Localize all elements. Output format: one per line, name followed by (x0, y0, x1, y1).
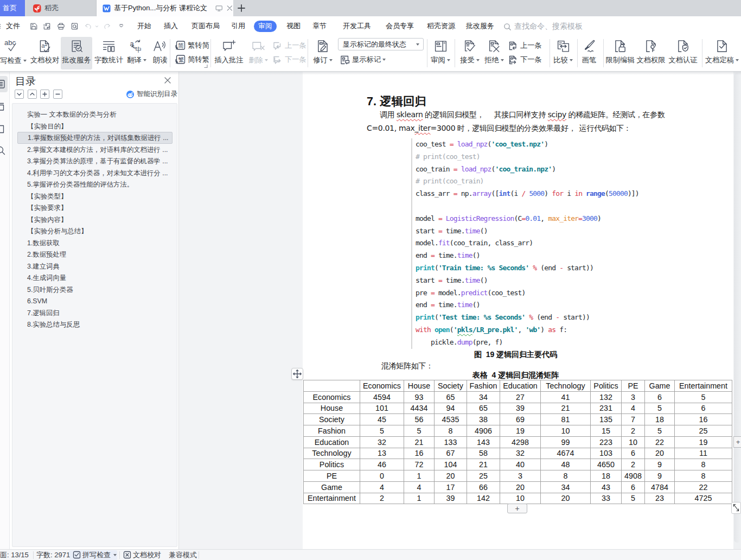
table-cell[interactable]: 27 (500, 391, 541, 403)
table-cell[interactable]: 48 (541, 459, 591, 470)
bookmark-pane-icon[interactable] (0, 102, 5, 112)
sidebar-close-icon[interactable] (164, 77, 171, 84)
delete-comment-button[interactable]: 删除 (246, 37, 270, 69)
table-cell[interactable]: 4725 (675, 493, 732, 504)
table-cell[interactable]: 18 (591, 470, 622, 482)
dialog-launcher-icon[interactable] (203, 64, 208, 68)
tab-home[interactable]: 首页 (0, 0, 25, 16)
table-cell[interactable]: Technology (304, 448, 360, 459)
command-search-input[interactable]: 查找命令、搜索模板 (503, 22, 583, 31)
table-cell[interactable]: 5 (404, 425, 435, 437)
table-cell[interactable]: 39 (500, 403, 541, 414)
table-cell[interactable]: 72 (404, 459, 435, 470)
table-cell[interactable]: 4650 (591, 459, 622, 470)
table-cell[interactable]: 15 (591, 425, 622, 437)
prev-comment-button[interactable]: 上一条 (272, 39, 306, 53)
table-cell[interactable]: 94 (435, 403, 467, 414)
table-cell[interactable]: 10 (500, 493, 541, 504)
toc-item[interactable]: 4.生成词向量 (17, 272, 173, 284)
table-cell[interactable]: 11 (675, 448, 732, 459)
tab-docer[interactable]: 稻壳 (27, 0, 97, 16)
table-cell[interactable]: 142 (467, 493, 500, 504)
print-icon[interactable] (57, 22, 65, 30)
table-cell[interactable]: 4 (360, 481, 404, 493)
table-cell[interactable]: 20 (645, 448, 675, 459)
table-cell[interactable]: 4594 (360, 391, 404, 403)
toc-item[interactable]: 8.实验总结与反思 (17, 319, 173, 330)
undo-icon[interactable] (84, 22, 92, 30)
table-cell[interactable]: 22 (675, 481, 732, 493)
menu-reference[interactable]: 引用 (229, 20, 247, 32)
table-cell[interactable]: 4535 (435, 414, 467, 425)
table-cell[interactable]: 9 (645, 470, 675, 482)
table-cell[interactable]: 0 (360, 470, 404, 482)
scrollbar-thumb[interactable] (734, 73, 740, 543)
menu-view[interactable]: 视图 (284, 20, 303, 32)
table-cell[interactable]: 133 (435, 436, 467, 448)
table-cell[interactable]: 45 (360, 414, 404, 425)
table-cell[interactable]: 58 (467, 448, 500, 459)
menu-insert[interactable]: 插入 (162, 20, 180, 32)
brush-button[interactable]: 画笔 (579, 37, 599, 69)
table-cell[interactable]: 5 (360, 425, 404, 437)
table-cell[interactable]: PE (622, 380, 645, 392)
confusion-matrix-table[interactable]: EconomicsHouseSocietyFashionEducationTec… (303, 380, 732, 504)
insert-comment-button[interactable]: 插入批注 (214, 37, 244, 69)
zoom-out-button[interactable] (53, 90, 62, 99)
table-cell[interactable]: Fashion (467, 380, 500, 392)
table-cell[interactable]: 103 (591, 448, 622, 459)
table-cell[interactable]: PE (304, 470, 360, 482)
reject-revision-button[interactable]: 拒绝 (483, 37, 506, 69)
table-cell[interactable]: 4 (404, 481, 435, 493)
table-add-column-button[interactable]: + (733, 436, 741, 448)
translate-button[interactable]: a 中 翻译 (125, 37, 149, 69)
review-pane-button[interactable]: 审阅 (429, 37, 452, 69)
menu-review[interactable]: 审阅 (254, 21, 277, 32)
table-cell[interactable]: 46 (360, 459, 404, 470)
table-cell[interactable]: 4784 (645, 481, 675, 493)
menu-page-layout[interactable]: 页面布局 (188, 20, 223, 32)
table-cell[interactable]: Politics (304, 459, 360, 470)
toc-item[interactable]: 3.建立词典 (17, 260, 173, 272)
table-cell[interactable]: 56 (404, 414, 435, 425)
next-comment-button[interactable]: 下一条 (272, 53, 306, 67)
table-cell[interactable]: 69 (500, 414, 541, 425)
table-cell[interactable]: 6 (675, 403, 732, 414)
table-move-handle[interactable] (291, 368, 303, 380)
toc-item[interactable]: 【实验目的】 (17, 120, 173, 132)
table-cell[interactable]: 19 (500, 425, 541, 437)
table-cell[interactable]: 5 (645, 403, 675, 414)
table-cell[interactable]: Economics (304, 391, 360, 403)
table-cell[interactable]: 7 (622, 414, 645, 425)
table-cell[interactable]: 93 (404, 391, 435, 403)
table-cell[interactable]: Society (304, 414, 360, 425)
redo-icon[interactable] (103, 22, 111, 30)
doc-proofing-button[interactable]: a 文档校对 (30, 37, 59, 69)
menu-docer-res[interactable]: 稻壳资源 (424, 20, 458, 32)
collapse-all-button[interactable] (28, 90, 37, 99)
vertical-scrollbar[interactable] (733, 72, 741, 549)
table-cell[interactable]: 32 (360, 436, 404, 448)
toc-item[interactable]: 4.利用学习的文本分类器，对未知文本进行分 ... (17, 167, 173, 179)
table-cell[interactable]: 1 (404, 493, 435, 504)
word-count[interactable]: 字数: 2971 (36, 550, 70, 560)
show-markup-button[interactable]: 显示标记 (340, 53, 386, 67)
table-cell[interactable]: 19 (675, 436, 732, 448)
table-cell[interactable]: 3 (500, 470, 541, 482)
toc-item[interactable]: 3.掌握分类算法的原理，基于有监督的机器学 ... (17, 155, 173, 167)
table-cell[interactable]: 1 (404, 470, 435, 482)
table-cell[interactable]: 33 (591, 493, 622, 504)
table-cell[interactable]: 67 (435, 448, 467, 459)
table-cell[interactable]: 99 (541, 436, 591, 448)
table-cell[interactable]: 25 (467, 470, 500, 482)
table-cell[interactable]: Technology (541, 380, 591, 392)
table-cell[interactable]: 43 (591, 481, 622, 493)
table-cell[interactable]: 34 (467, 391, 500, 403)
table-cell[interactable]: 20 (435, 470, 467, 482)
table-cell[interactable]: 4298 (500, 436, 541, 448)
next-revision-button[interactable]: 下一条 (508, 53, 542, 67)
word-count-button[interactable]: 字数统计 (94, 37, 123, 69)
table-cell[interactable]: 38 (467, 414, 500, 425)
table-cell[interactable]: 10 (541, 425, 591, 437)
toc-item[interactable]: 1.数据获取 (17, 237, 173, 249)
